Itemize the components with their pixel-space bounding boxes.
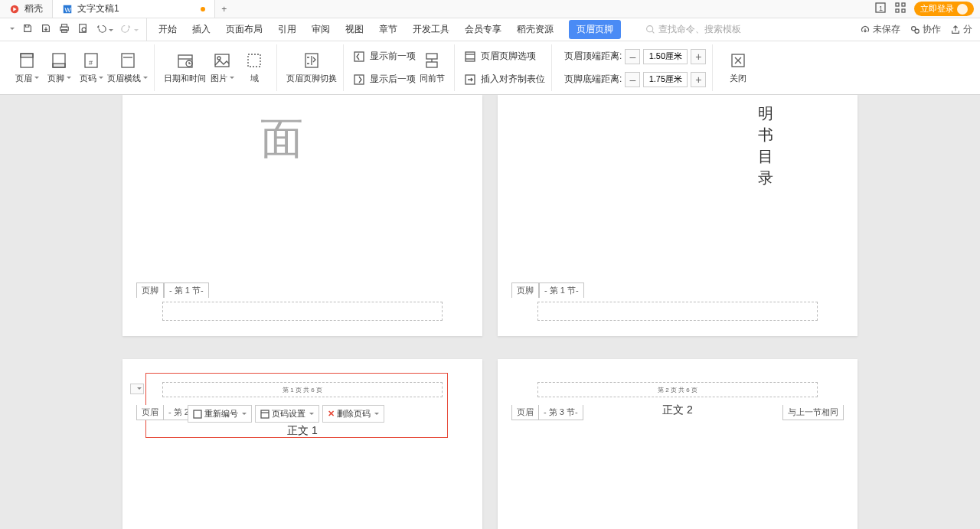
page2-content: 明书目录 bbox=[758, 103, 773, 188]
footer-distance-row: 页脚底端距离: – + bbox=[561, 69, 706, 90]
menu-devtools[interactable]: 开发工具 bbox=[413, 23, 449, 36]
header-dist-minus[interactable]: – bbox=[625, 49, 640, 64]
renumber-button[interactable]: 重新编号 bbox=[188, 405, 252, 423]
pagenum-settings-button[interactable]: 页码设置 bbox=[255, 405, 319, 423]
header-distance-row: 页眉顶端距离: – + bbox=[561, 46, 706, 67]
x-icon: ✕ bbox=[328, 409, 335, 419]
svg-text:1: 1 bbox=[879, 5, 883, 12]
page-2[interactable]: 明书目录 页脚 - 第 1 节- bbox=[498, 95, 858, 336]
save-icon[interactable] bbox=[22, 23, 33, 36]
datetime-button[interactable]: 日期和时间 bbox=[164, 45, 206, 91]
login-button[interactable]: 立即登录 bbox=[914, 2, 974, 16]
show-prev-button[interactable]: 显示前一项 bbox=[353, 46, 416, 67]
word-icon: W bbox=[62, 4, 73, 15]
hf-options-button[interactable]: 页眉页脚选项 bbox=[464, 46, 545, 67]
field-button[interactable]: 域 bbox=[238, 45, 270, 91]
svg-rect-46 bbox=[261, 410, 269, 418]
footer-dist-plus[interactable]: + bbox=[691, 72, 706, 87]
menu-header-footer[interactable]: 页眉页脚 bbox=[569, 20, 621, 39]
title-tabs: 稻壳 W 文字文稿1 + 1 立即登录 bbox=[0, 0, 980, 18]
menu-start[interactable]: 开始 bbox=[158, 23, 177, 36]
svg-rect-20 bbox=[53, 64, 65, 67]
menu-layout[interactable]: 页面布局 bbox=[226, 23, 263, 36]
header-line-button[interactable]: 页眉横线 bbox=[107, 45, 148, 91]
workspace[interactable]: 面 页脚 - 第 1 节- 明书目录 页脚 - 第 1 节- 第 1 页 共 6… bbox=[0, 95, 980, 529]
daoke-icon bbox=[9, 4, 20, 15]
header-dist-input[interactable] bbox=[643, 49, 688, 64]
unsaved-indicator[interactable]: 未保存 bbox=[860, 23, 900, 36]
svg-rect-11 bbox=[62, 30, 67, 33]
main-menu: 开始 插入 页面布局 引用 审阅 视图 章节 开发工具 会员专享 稻壳资源 页眉… bbox=[147, 20, 753, 39]
svg-rect-34 bbox=[426, 54, 437, 59]
svg-rect-6 bbox=[902, 3, 905, 6]
svg-point-29 bbox=[217, 57, 220, 60]
svg-rect-36 bbox=[466, 52, 475, 61]
apps-grid-icon[interactable] bbox=[894, 2, 906, 16]
print-preview-icon[interactable] bbox=[77, 23, 88, 36]
menu-member[interactable]: 会员专享 bbox=[465, 23, 501, 36]
tab-daoke[interactable]: 稻壳 bbox=[0, 0, 53, 18]
svg-point-16 bbox=[915, 29, 919, 33]
menu-bar: 开始 插入 页面布局 引用 审阅 视图 章节 开发工具 会员专享 稻壳资源 页眉… bbox=[0, 18, 980, 41]
pagenum-popup: 重新编号 页码设置 ✕删除页码 bbox=[188, 405, 384, 423]
svg-rect-23 bbox=[122, 54, 134, 67]
page1-footer-tab[interactable]: 页脚 - 第 1 节- bbox=[136, 282, 209, 298]
ribbon: 页眉 页脚 #页码 页眉横线 日期和时间 图片 域 页眉页脚切换 显示前一项 显… bbox=[0, 41, 980, 95]
quick-access-toolbar bbox=[0, 18, 147, 41]
svg-text:#: # bbox=[89, 59, 93, 67]
undo-button[interactable] bbox=[96, 23, 113, 36]
svg-rect-18 bbox=[21, 54, 33, 57]
header-button[interactable]: 页眉 bbox=[11, 45, 43, 91]
page1-content: 面 bbox=[260, 110, 303, 168]
menu-review[interactable]: 审阅 bbox=[312, 23, 330, 36]
page-4[interactable]: 第 2 页 共 6 页 页眉 - 第 3 节- 与上一节相同 正文 2 bbox=[498, 359, 858, 529]
window-number-icon[interactable]: 1 bbox=[874, 2, 887, 16]
footer-dist-input[interactable] bbox=[643, 72, 688, 87]
share-button[interactable]: 分 bbox=[950, 23, 972, 36]
close-hf-button[interactable]: 关闭 bbox=[722, 45, 754, 91]
tab-doc1[interactable]: W 文字文稿1 bbox=[53, 0, 215, 18]
menu-view[interactable]: 视图 bbox=[345, 23, 364, 36]
page2-footer-area[interactable] bbox=[537, 302, 818, 321]
svg-rect-35 bbox=[426, 62, 437, 67]
svg-point-14 bbox=[647, 26, 653, 32]
svg-point-13 bbox=[82, 28, 86, 31]
menu-dropdown[interactable] bbox=[8, 24, 15, 35]
svg-rect-5 bbox=[896, 3, 899, 6]
page1-footer-area[interactable] bbox=[162, 302, 443, 321]
svg-rect-8 bbox=[902, 9, 905, 12]
menu-section[interactable]: 章节 bbox=[379, 23, 397, 36]
redo-button[interactable] bbox=[121, 23, 139, 36]
page4-pagenum: 第 2 页 共 6 页 bbox=[498, 386, 858, 394]
same-section-button[interactable]: 同前节 bbox=[416, 45, 448, 91]
page-1[interactable]: 面 页脚 - 第 1 节- bbox=[122, 95, 482, 336]
header-dist-plus[interactable]: + bbox=[691, 49, 706, 64]
footer-dist-minus[interactable]: – bbox=[625, 72, 640, 87]
tab-daoke-label: 稻壳 bbox=[24, 2, 43, 15]
search-box[interactable]: 查找命令、搜索模板 bbox=[645, 23, 741, 36]
page4-body-label: 正文 2 bbox=[498, 403, 858, 417]
tab-doc1-label: 文字文稿1 bbox=[77, 2, 119, 15]
avatar-icon bbox=[957, 4, 968, 15]
menu-daoke[interactable]: 稻壳资源 bbox=[517, 23, 554, 36]
svg-rect-32 bbox=[354, 52, 364, 61]
coop-button[interactable]: 协作 bbox=[910, 23, 941, 36]
delete-pagenum-button[interactable]: ✕删除页码 bbox=[322, 405, 384, 423]
pagenum-button[interactable]: #页码 bbox=[75, 45, 107, 91]
menu-insert[interactable]: 插入 bbox=[192, 23, 211, 36]
add-tab-button[interactable]: + bbox=[215, 4, 234, 15]
svg-rect-25 bbox=[178, 55, 192, 67]
page2-footer-tab[interactable]: 页脚 - 第 1 节- bbox=[511, 282, 584, 298]
picture-button[interactable]: 图片 bbox=[206, 45, 238, 91]
page-3[interactable]: 第 1 页 共 6 页 页眉 - 第 2 节- 重新编号 页码设置 ✕删除页码 … bbox=[122, 359, 482, 529]
footer-button[interactable]: 页脚 bbox=[43, 45, 75, 91]
show-next-button[interactable]: 显示后一项 bbox=[353, 69, 416, 90]
save-as-icon[interactable] bbox=[41, 23, 51, 36]
print-icon[interactable] bbox=[59, 23, 70, 36]
page3-body-label: 正文 1 bbox=[122, 424, 482, 438]
modified-dot-icon bbox=[201, 7, 205, 11]
hf-switch-button[interactable]: 页眉页脚切换 bbox=[286, 45, 337, 91]
insert-align-tab-button[interactable]: 插入对齐制表位 bbox=[464, 69, 545, 90]
page3-pagenum: 第 1 页 共 6 页 bbox=[122, 386, 482, 394]
menu-ref[interactable]: 引用 bbox=[278, 23, 296, 36]
